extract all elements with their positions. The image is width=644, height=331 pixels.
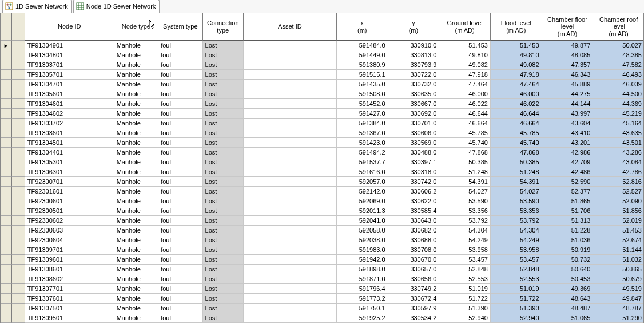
cell-chamber-roof[interactable]: 48.385 [593, 50, 644, 60]
row-header[interactable] [12, 167, 25, 177]
cell-system-type[interactable]: foul [158, 157, 202, 167]
col-system-type[interactable]: System type [158, 13, 202, 41]
cell-asset-id[interactable] [244, 167, 337, 177]
cell-node-id[interactable]: TF91303701 [25, 60, 114, 70]
cell-connection-type[interactable]: Lost [203, 177, 244, 187]
cell-ground-level[interactable]: 54.027 [439, 187, 491, 196]
cell-system-type[interactable]: foul [158, 255, 202, 265]
col-ground-level[interactable]: Ground level(m AD) [439, 13, 491, 41]
table-row[interactable]: TF91304501ManholefoulLost591423.0330569.… [1, 138, 644, 148]
row-header[interactable] [12, 235, 25, 245]
cell-chamber-floor[interactable]: 51.313 [542, 216, 594, 226]
table-row[interactable]: TF91305601ManholefoulLost591508.0330635.… [1, 89, 644, 99]
cell-flood-level[interactable]: 51.248 [491, 167, 542, 177]
cell-ground-level[interactable]: 53.792 [439, 216, 491, 226]
cell-flood-level[interactable]: 53.356 [491, 206, 542, 216]
cell-x[interactable]: 591367.0 [337, 128, 388, 138]
table-row[interactable]: TF91308602ManholefoulLost591871.0330656.… [1, 274, 644, 284]
table-row[interactable]: TF92301601ManholefoulLost592142.0330606.… [1, 187, 644, 196]
row-header[interactable] [12, 187, 25, 196]
row-header[interactable] [12, 70, 25, 80]
cell-ground-level[interactable]: 51.390 [439, 304, 491, 313]
cell-x[interactable]: 591515.1 [337, 70, 388, 80]
cell-chamber-roof[interactable]: 51.856 [593, 206, 644, 216]
cell-chamber-floor[interactable]: 50.640 [542, 265, 594, 274]
cell-system-type[interactable]: foul [158, 128, 202, 138]
cell-y[interactable]: 330793.9 [388, 60, 440, 70]
cell-node-type[interactable]: Manhole [114, 265, 158, 274]
table-row[interactable]: TF91304701ManholefoulLost591435.0330732.… [1, 80, 644, 89]
cell-chamber-floor[interactable]: 43.604 [542, 119, 594, 128]
table-row[interactable]: TF92300501ManholefoulLost592011.3330585.… [1, 206, 644, 216]
cell-connection-type[interactable]: Lost [203, 245, 244, 255]
cell-ground-level[interactable]: 46.000 [439, 89, 491, 99]
col-x[interactable]: x(m) [337, 13, 388, 41]
cell-ground-level[interactable]: 54.304 [439, 226, 491, 235]
cell-system-type[interactable]: foul [158, 274, 202, 284]
table-row[interactable]: TF91304602ManholefoulLost591427.0330692.… [1, 109, 644, 119]
col-rowhead[interactable] [12, 13, 25, 41]
cell-chamber-floor[interactable]: 50.732 [542, 255, 594, 265]
cell-chamber-roof[interactable]: 52.090 [593, 196, 644, 206]
cell-chamber-floor[interactable]: 49.369 [542, 284, 594, 294]
cell-node-id[interactable]: TF91305301 [25, 157, 114, 167]
cell-y[interactable]: 330606.2 [388, 187, 440, 196]
cell-system-type[interactable]: foul [158, 119, 202, 128]
cell-y[interactable]: 330488.0 [388, 148, 440, 157]
cell-chamber-roof[interactable]: 48.787 [593, 304, 644, 313]
cell-chamber-floor[interactable]: 46.343 [542, 70, 594, 80]
cell-asset-id[interactable] [244, 206, 337, 216]
row-header[interactable] [12, 89, 25, 99]
cell-node-id[interactable]: TF91309601 [25, 255, 114, 265]
cell-x[interactable]: 592011.3 [337, 206, 388, 216]
table-row[interactable]: TF91309601ManholefoulLost591942.0330670.… [1, 255, 644, 265]
cell-chamber-roof[interactable]: 50.027 [593, 41, 644, 50]
cell-flood-level[interactable]: 46.664 [491, 119, 542, 128]
cell-x[interactable]: 591871.0 [337, 274, 388, 284]
cell-connection-type[interactable]: Lost [203, 99, 244, 109]
cell-connection-type[interactable]: Lost [203, 128, 244, 138]
table-row[interactable]: TF91303601ManholefoulLost591367.0330606.… [1, 128, 644, 138]
cell-node-id[interactable]: TF92300604 [25, 235, 114, 245]
cell-ground-level[interactable]: 50.385 [439, 157, 491, 167]
cell-ground-level[interactable]: 52.940 [439, 313, 491, 323]
cell-chamber-roof[interactable]: 44.500 [593, 89, 644, 99]
cell-chamber-roof[interactable]: 52.527 [593, 187, 644, 196]
cell-system-type[interactable]: foul [158, 41, 202, 50]
cell-flood-level[interactable]: 53.457 [491, 255, 542, 265]
cell-connection-type[interactable]: Lost [203, 148, 244, 157]
col-rowmark[interactable] [1, 13, 12, 41]
cell-node-type[interactable]: Manhole [114, 80, 158, 89]
cell-chamber-floor[interactable]: 49.877 [542, 41, 594, 50]
cell-ground-level[interactable]: 54.249 [439, 235, 491, 245]
cell-system-type[interactable]: foul [158, 109, 202, 119]
row-header[interactable] [12, 80, 25, 89]
col-connection-type[interactable]: Connectiontype [203, 13, 244, 41]
cell-flood-level[interactable]: 49.082 [491, 60, 542, 70]
cell-node-type[interactable]: Manhole [114, 196, 158, 206]
cell-x[interactable]: 592142.0 [337, 187, 388, 196]
cell-chamber-roof[interactable]: 43.501 [593, 138, 644, 148]
cell-flood-level[interactable]: 46.644 [491, 109, 542, 119]
col-flood-level[interactable]: Flood level(m AD) [491, 13, 542, 41]
cell-node-type[interactable]: Manhole [114, 177, 158, 187]
cell-node-id[interactable]: TF91308602 [25, 274, 114, 284]
cell-node-type[interactable]: Manhole [114, 255, 158, 265]
row-header[interactable] [12, 148, 25, 157]
cell-asset-id[interactable] [244, 119, 337, 128]
cell-node-type[interactable]: Manhole [114, 235, 158, 245]
cell-ground-level[interactable]: 46.644 [439, 109, 491, 119]
col-chamber-roof[interactable]: Chamber rooflevel(m AD) [593, 13, 644, 41]
row-header[interactable] [12, 109, 25, 119]
cell-y[interactable]: 330534.2 [388, 313, 440, 323]
cell-flood-level[interactable]: 51.722 [491, 294, 542, 304]
row-header[interactable] [12, 119, 25, 128]
cell-node-type[interactable]: Manhole [114, 167, 158, 177]
cell-flood-level[interactable]: 54.249 [491, 235, 542, 245]
row-header[interactable] [12, 304, 25, 313]
cell-asset-id[interactable] [244, 99, 337, 109]
cell-ground-level[interactable]: 51.722 [439, 294, 491, 304]
table-row[interactable]: ►TF91304901ManholefoulLost591484.0330910… [1, 41, 644, 50]
cell-flood-level[interactable]: 53.792 [491, 216, 542, 226]
cell-chamber-roof[interactable]: 52.816 [593, 177, 644, 187]
